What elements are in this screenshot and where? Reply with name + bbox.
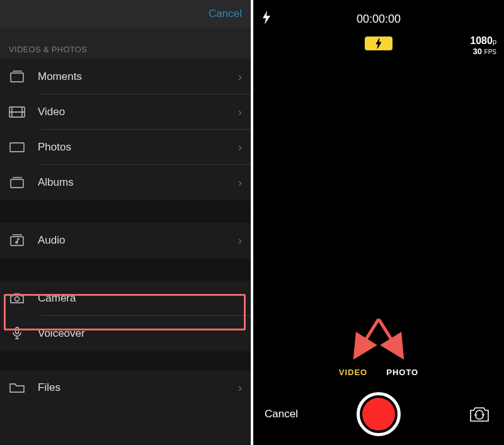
chevron-right-icon: ›	[238, 176, 242, 189]
row-files[interactable]: Files ›	[0, 370, 251, 405]
row-audio[interactable]: Audio ›	[0, 223, 251, 258]
row-label: Photos	[38, 141, 238, 154]
row-label: Files	[38, 381, 238, 394]
row-label: Albums	[38, 176, 238, 189]
svg-rect-2	[10, 143, 24, 152]
row-label: Audio	[38, 234, 238, 247]
media-source-panel: Cancel VIDEOS & PHOTOS Moments › Video ›…	[0, 0, 251, 445]
svg-point-6	[15, 297, 20, 301]
camera-viewfinder: 00:00:00 1080p 30 FPS VIDEO PHOTO Cancel	[253, 0, 504, 445]
flash-on-badge	[365, 37, 392, 50]
mode-video[interactable]: VIDEO	[339, 368, 367, 377]
svg-rect-3	[11, 179, 23, 188]
svg-rect-0	[11, 73, 23, 82]
chevron-right-icon: ›	[238, 141, 242, 154]
row-video[interactable]: Video ›	[0, 94, 251, 130]
recording-timer: 00:00:00	[357, 13, 401, 26]
row-camera[interactable]: Camera	[0, 281, 251, 316]
nav-bar: Cancel	[0, 0, 251, 28]
row-label: Voiceover	[38, 327, 242, 340]
chevron-right-icon: ›	[238, 234, 242, 247]
audio-icon	[9, 234, 25, 247]
record-button-inner	[362, 398, 395, 431]
resolution-display[interactable]: 1080p 30 FPS	[470, 35, 496, 56]
camera-icon	[9, 292, 25, 305]
chevron-right-icon: ›	[238, 70, 242, 84]
row-moments[interactable]: Moments ›	[0, 59, 251, 94]
section-header-videos-photos: VIDEOS & PHOTOS	[0, 28, 251, 59]
row-voiceover[interactable]: Voiceover	[0, 316, 251, 351]
photos-icon	[9, 141, 25, 154]
chevron-right-icon: ›	[238, 106, 242, 119]
record-button[interactable]	[357, 392, 401, 436]
row-photos[interactable]: Photos ›	[0, 130, 251, 165]
row-albums[interactable]: Albums ›	[0, 165, 251, 200]
svg-point-5	[16, 242, 18, 244]
cancel-button[interactable]: Cancel	[209, 8, 242, 20]
svg-rect-7	[16, 327, 19, 334]
row-label: Moments	[38, 70, 238, 83]
camera-cancel-button[interactable]: Cancel	[265, 408, 298, 420]
flip-camera-button[interactable]	[466, 401, 493, 427]
row-label: Camera	[38, 292, 242, 305]
flash-toggle[interactable]	[262, 11, 271, 28]
chevron-right-icon: ›	[238, 381, 242, 395]
files-icon	[9, 381, 25, 394]
microphone-icon	[9, 327, 25, 340]
video-icon	[9, 106, 25, 118]
albums-icon	[9, 176, 25, 189]
mode-photo[interactable]: PHOTO	[386, 368, 418, 377]
moments-icon	[9, 70, 25, 83]
row-label: Video	[38, 106, 238, 118]
annotation-arrows	[344, 318, 413, 362]
camera-mode-selector: VIDEO PHOTO	[339, 368, 418, 377]
